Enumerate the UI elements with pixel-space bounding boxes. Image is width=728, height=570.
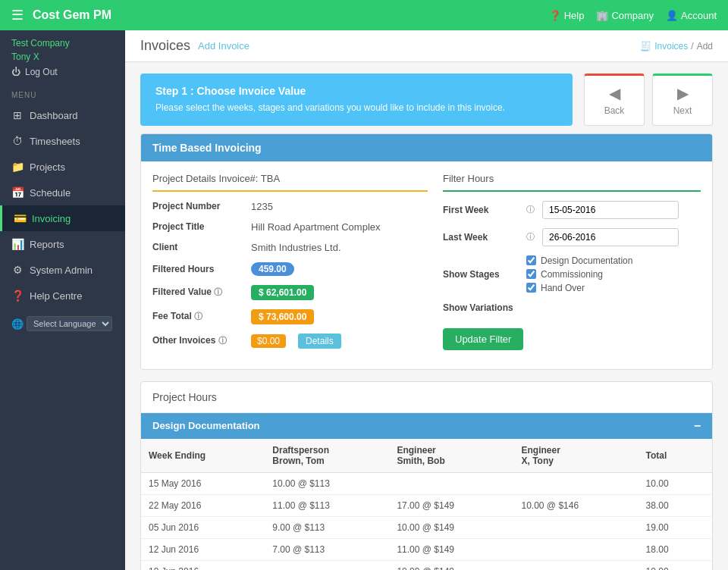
sidebar-item-label: Timesheets — [30, 136, 80, 147]
col-total: Total — [639, 439, 712, 473]
stage-hand-over[interactable]: Hand Over — [526, 283, 632, 293]
filtered-hours-label: Filtered Hours — [152, 264, 243, 274]
update-filter-button[interactable]: Update Filter — [443, 328, 523, 350]
filter-hours-heading: Filter Hours — [443, 173, 701, 192]
other-invoices-badge: $0.00 — [251, 334, 286, 348]
account-link[interactable]: 👤 Account — [666, 10, 717, 21]
detail-row-filtered-value: Filtered Value ⓘ $ 62,601.00 — [152, 285, 428, 300]
other-invoices-label: Other Invoices ⓘ — [152, 335, 243, 346]
first-week-input[interactable] — [542, 201, 679, 219]
stages-checkboxes: Design Documentation Commissioning Hand … — [526, 255, 632, 293]
back-button[interactable]: ◀ Back — [584, 74, 645, 126]
main-content: Invoices Add Invoice 🧾 Invoices / Add St… — [125, 30, 728, 570]
breadcrumb-separator: / — [691, 41, 693, 52]
details-button[interactable]: Details — [298, 334, 341, 349]
detail-row-project-title: Project Title Hill Road Apartment Comple… — [152, 221, 428, 233]
sidebar: Test Company Tony X ⏻ Log Out MENU ⊞ Das… — [0, 30, 125, 570]
breadcrumb-invoices[interactable]: Invoices — [654, 41, 688, 52]
next-button[interactable]: ▶ Next — [652, 74, 713, 126]
show-stages-label: Show Stages — [443, 269, 519, 280]
detail-row-project-number: Project Number 1235 — [152, 201, 428, 212]
sidebar-item-label: Dashboard — [30, 110, 78, 121]
account-icon: 👤 — [666, 10, 678, 21]
filtered-value-info-icon[interactable]: ⓘ — [214, 287, 222, 296]
filter-row-show-variations: Show Variations — [443, 302, 701, 313]
stage-design-doc[interactable]: Design Documentation — [526, 255, 632, 266]
sidebar-item-schedule[interactable]: 📅 Schedule — [0, 180, 125, 205]
sidebar-item-system-admin[interactable]: ⚙ System Admin — [0, 257, 125, 283]
detail-row-other-invoices: Other Invoices ⓘ $0.00 Details — [152, 334, 428, 349]
logout-icon: ⏻ — [11, 67, 20, 77]
help-link[interactable]: ❓ Help — [549, 10, 585, 21]
design-documentation-header: Design Documentation − — [141, 413, 712, 439]
breadcrumb-add: Add — [697, 41, 713, 52]
lang-flag-icon: 🌐 — [11, 318, 24, 330]
system-admin-icon: ⚙ — [11, 264, 24, 276]
schedule-icon: 📅 — [11, 186, 24, 199]
project-details: Project Details Invoice#: TBA Project Nu… — [152, 173, 428, 358]
dashboard-icon: ⊞ — [11, 109, 24, 121]
last-week-info-icon[interactable]: ⓘ — [526, 231, 535, 243]
col-draftsperson: DraftspersonBrown, Tom — [265, 439, 389, 473]
stage-hand-over-checkbox[interactable] — [526, 283, 536, 293]
project-details-heading: Project Details Invoice#: TBA — [152, 173, 428, 192]
next-label: Next — [673, 105, 692, 116]
table-row: 05 Jun 2016 9.00 @ $113 10.00 @ $149 19.… — [141, 516, 712, 538]
section-body: Project Details Invoice#: TBA Project Nu… — [141, 161, 712, 369]
fee-total-info-icon[interactable]: ⓘ — [194, 312, 202, 321]
client-label: Client — [152, 242, 243, 252]
menu-toggle[interactable]: ☰ — [11, 7, 24, 23]
add-invoice-link[interactable]: Add Invoice — [198, 40, 249, 52]
lang-select-input[interactable]: Select Language — [27, 316, 112, 331]
project-hours-section: Project Hours Design Documentation − Wee… — [140, 381, 713, 570]
page-title: Invoices — [140, 38, 190, 54]
table-row: 15 May 2016 10.00 @ $113 10.00 — [141, 472, 712, 494]
invoicing-icon: 💳 — [14, 212, 26, 224]
back-label: Back — [604, 105, 625, 116]
project-number-value: 1235 — [251, 201, 273, 212]
sidebar-item-label: Schedule — [30, 187, 71, 199]
other-invoices-info-icon[interactable]: ⓘ — [218, 336, 227, 345]
last-week-input[interactable] — [542, 228, 679, 246]
back-icon: ◀ — [609, 84, 620, 102]
sidebar-company: Test Company — [0, 30, 125, 50]
breadcrumb: 🧾 Invoices / Add — [640, 41, 713, 52]
sidebar-item-label: Invoicing — [32, 213, 71, 224]
sidebar-item-timesheets[interactable]: ⏱ Timesheets — [0, 128, 125, 154]
filtered-hours-badge: 459.00 — [251, 262, 294, 276]
collapse-button[interactable]: − — [694, 419, 701, 433]
project-title-value: Hill Road Apartment Complex — [251, 221, 381, 233]
stage-commissioning-checkbox[interactable] — [526, 269, 536, 279]
client-value: Smith Industries Ltd. — [251, 242, 341, 253]
filter-hours: Filter Hours First Week ⓘ Last Week ⓘ Sh… — [443, 173, 701, 358]
logout-button[interactable]: ⏻ Log Out — [0, 64, 125, 85]
sidebar-item-dashboard[interactable]: ⊞ Dashboard — [0, 102, 125, 128]
sidebar-item-label: System Admin — [30, 265, 93, 276]
project-hours-title: Project Hours — [141, 382, 712, 413]
sidebar-item-reports[interactable]: 📊 Reports — [0, 231, 125, 257]
filtered-value-label: Filtered Value ⓘ — [152, 287, 243, 298]
project-title-label: Project Title — [152, 221, 243, 232]
page-header: Invoices Add Invoice 🧾 Invoices / Add — [125, 30, 728, 62]
stage-commissioning[interactable]: Commissioning — [526, 269, 632, 280]
sidebar-item-invoicing[interactable]: 💳 Invoicing — [0, 205, 125, 231]
sidebar-item-projects[interactable]: 📁 Projects — [0, 154, 125, 180]
company-link[interactable]: 🏢 Company — [596, 10, 654, 21]
sidebar-item-label: Help Centre — [30, 290, 82, 302]
language-selector[interactable]: 🌐 Select Language — [0, 308, 125, 339]
fee-total-badge: $ 73,600.00 — [251, 309, 314, 324]
last-week-label: Last Week — [443, 232, 519, 243]
sidebar-item-label: Projects — [30, 161, 65, 173]
col-engineer-smith: EngineerSmith, Bob — [389, 439, 513, 473]
first-week-info-icon[interactable]: ⓘ — [526, 204, 535, 215]
sidebar-item-help-centre[interactable]: ❓ Help Centre — [0, 283, 125, 308]
breadcrumb-icon: 🧾 — [640, 41, 651, 52]
show-variations-label: Show Variations — [443, 302, 519, 313]
detail-row-filtered-hours: Filtered Hours 459.00 — [152, 262, 428, 276]
sidebar-user: Tony X — [0, 50, 125, 64]
time-based-invoicing-card: Time Based Invoicing Project Details Inv… — [140, 133, 713, 370]
timesheets-icon: ⏱ — [11, 135, 24, 147]
stage-design-doc-checkbox[interactable] — [526, 255, 536, 265]
top-nav: ☰ Cost Gem PM ❓ Help 🏢 Company 👤 Account — [0, 0, 728, 30]
reports-icon: 📊 — [11, 238, 24, 250]
